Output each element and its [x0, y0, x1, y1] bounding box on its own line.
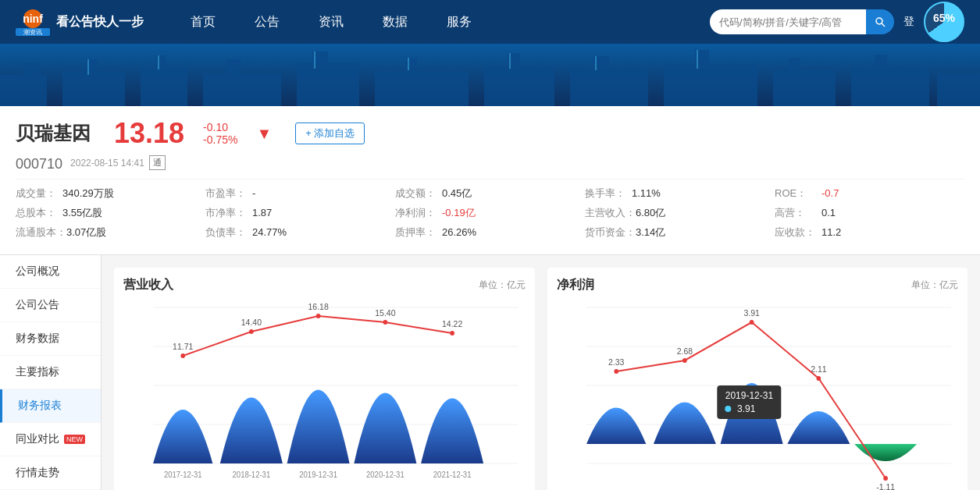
- svg-rect-13: [203, 73, 281, 106]
- svg-rect-33: [408, 58, 409, 70]
- logo-icon: ninf 潮资讯: [16, 8, 50, 36]
- revenue-chart-title: 营业收入: [123, 277, 173, 293]
- svg-text:2.33: 2.33: [608, 357, 624, 367]
- login-button[interactable]: 登: [903, 15, 914, 29]
- profit-chart-title: 净利润: [557, 277, 594, 293]
- net-profit-value: -0.19亿: [442, 205, 476, 222]
- svg-point-70: [816, 376, 821, 381]
- svg-rect-14: [226, 59, 241, 106]
- detail-pb: 市净率： 1.87: [205, 205, 395, 222]
- fe-value: 0.1: [821, 205, 836, 222]
- nav-service[interactable]: 服务: [447, 11, 472, 34]
- stock-change-pct: -0.75%: [203, 133, 237, 146]
- search-input[interactable]: [710, 9, 866, 34]
- svg-rect-30: [87, 59, 89, 75]
- sidebar-item-indicators[interactable]: 主要指标: [0, 356, 101, 389]
- new-badge: NEW: [64, 435, 85, 444]
- stock-change: -0.10 -0.75%: [203, 121, 237, 146]
- svg-rect-25: [773, 70, 836, 106]
- svg-line-5: [882, 23, 885, 27]
- svg-text:3.91: 3.91: [743, 308, 759, 318]
- detail-volume: 成交量： 340.29万股: [16, 186, 205, 202]
- profit-chart-header: 净利润 单位：亿元: [557, 277, 959, 293]
- search-button[interactable]: [866, 9, 894, 34]
- detail-receivable: 应收款： 11.2: [775, 225, 964, 241]
- roe-value: -0.7: [821, 186, 839, 202]
- banner: [0, 44, 980, 106]
- svg-text:11.71: 11.71: [173, 342, 193, 351]
- detail-col-5: ROE： -0.7 高营： 0.1 应收款： 11.2: [775, 186, 964, 243]
- stock-name: 贝瑞基因: [16, 121, 91, 146]
- float-shares-value: 3.07亿股: [66, 225, 106, 241]
- detail-revenue: 主营收入： 6.80亿: [585, 205, 775, 222]
- cash-value: 3.14亿: [636, 225, 665, 241]
- sidebar-item-peer-compare[interactable]: 同业对比 NEW: [0, 423, 101, 456]
- svg-point-68: [682, 358, 687, 363]
- add-to-watchlist-button[interactable]: + 添加自选: [295, 123, 365, 144]
- debt-value: 24.77%: [252, 225, 287, 241]
- stock-details: 成交量： 340.29万股 总股本： 3.55亿股 流通股本： 3.07亿股 市…: [16, 179, 964, 243]
- svg-text:潮资讯: 潮资讯: [23, 29, 42, 36]
- svg-point-69: [749, 320, 754, 325]
- sidebar-item-finance[interactable]: 财务数据: [0, 322, 101, 356]
- revenue-value: 6.80亿: [636, 205, 665, 222]
- sidebar-item-trend[interactable]: 行情走势: [0, 456, 101, 490]
- total-shares-value: 3.55亿股: [62, 205, 102, 222]
- stock-header: 贝瑞基因 13.18 -0.10 -0.75% ▼ + 添加自选: [16, 117, 964, 150]
- search-area: 登 65% 0K/s: [710, 2, 964, 42]
- main-content: 营业收入 单位：亿元: [102, 255, 980, 490]
- svg-text:16.18: 16.18: [308, 302, 329, 311]
- detail-pledge: 质押率： 26.26%: [395, 225, 585, 241]
- stock-change-abs: -0.10: [203, 121, 228, 133]
- content-area: 公司概况 公司公告 财务数据 主要指标 财务报表 同业对比 NEW 行情走势 股…: [0, 255, 980, 490]
- svg-text:2.11: 2.11: [811, 364, 826, 374]
- svg-text:14.40: 14.40: [241, 318, 262, 327]
- turnover-value: 1.11%: [632, 186, 661, 202]
- amount-value: 0.45亿: [442, 186, 472, 202]
- detail-col-2: 市盈率： - 市净率： 1.87 负债率： 24.77%: [205, 186, 395, 243]
- svg-rect-28: [875, 55, 887, 106]
- profit-chart-svg: 2.33 2.68 3.91 2.11 -1.11: [557, 300, 959, 490]
- svg-text:-1.11: -1.11: [876, 482, 895, 490]
- svg-rect-29: [937, 73, 980, 106]
- svg-text:2019-12-31: 2019-12-31: [299, 470, 337, 479]
- svg-rect-34: [509, 53, 511, 69]
- sidebar-item-announce[interactable]: 公司公告: [0, 289, 101, 322]
- stock-price: 13.18: [114, 117, 184, 150]
- svg-text:2017-12-31: 2017-12-31: [164, 470, 202, 479]
- down-arrow-icon: ▼: [256, 125, 272, 143]
- nav-announce[interactable]: 公告: [255, 11, 280, 34]
- header: ninf 潮资讯 看公告快人一步 首页 公告 资讯 数据 服务 登 65% 0K…: [0, 0, 980, 44]
- stock-type-tag: 通: [149, 155, 166, 170]
- svg-point-47: [180, 353, 185, 358]
- revenue-chart-unit: 单位：亿元: [479, 279, 526, 292]
- tagline: 看公告快人一步: [56, 14, 144, 30]
- revenue-chart-header: 营业收入 单位：亿元: [123, 277, 526, 293]
- detail-col-1: 成交量： 340.29万股 总股本： 3.55亿股 流通股本： 3.07亿股: [16, 186, 205, 243]
- speed-indicator: 65% 0K/s: [924, 2, 964, 42]
- stock-info: 贝瑞基因 13.18 -0.10 -0.75% ▼ + 添加自选 000710 …: [0, 106, 980, 255]
- svg-point-51: [450, 331, 454, 336]
- detail-debt: 负债率： 24.77%: [205, 225, 395, 241]
- svg-point-67: [614, 369, 618, 374]
- nav-news[interactable]: 资讯: [319, 11, 344, 34]
- svg-text:2018-12-31: 2018-12-31: [233, 470, 271, 479]
- svg-point-48: [249, 329, 254, 334]
- pb-value: 1.87: [252, 205, 272, 222]
- detail-col-3: 成交额： 0.45亿 净利润： -0.19亿 质押率： 26.26%: [395, 186, 585, 243]
- nav-home[interactable]: 首页: [191, 11, 216, 34]
- sidebar-item-overview[interactable]: 公司概况: [0, 255, 101, 289]
- svg-rect-36: [697, 50, 698, 69]
- svg-text:14.22: 14.22: [442, 319, 462, 328]
- svg-rect-17: [375, 71, 469, 106]
- sidebar: 公司概况 公司公告 财务数据 主要指标 财务报表 同业对比 NEW 行情走势 股…: [0, 255, 102, 490]
- city-banner: [0, 44, 980, 106]
- stock-datetime: 2022-08-15 14:41: [70, 158, 144, 169]
- nav-data[interactable]: 数据: [383, 11, 408, 34]
- svg-point-4: [876, 18, 882, 24]
- svg-rect-23: [664, 64, 757, 106]
- detail-amount: 成交额： 0.45亿: [395, 186, 585, 202]
- sidebar-item-financial-report[interactable]: 财务报表: [0, 389, 101, 423]
- detail-cash: 货币资金： 3.14亿: [585, 225, 775, 241]
- stock-code: 000710: [16, 156, 62, 172]
